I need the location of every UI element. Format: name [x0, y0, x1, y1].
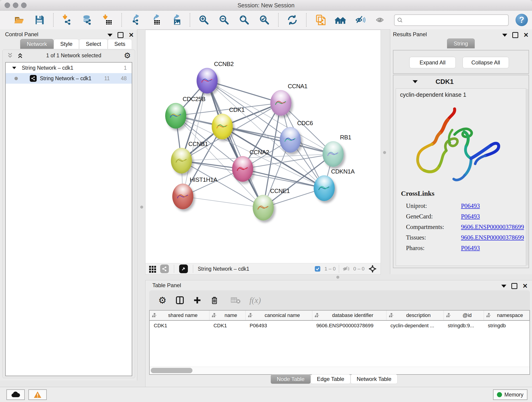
crosslink-link[interactable]: P06493 [461, 202, 480, 210]
table-hscrollbar[interactable] [150, 367, 530, 374]
gear-icon[interactable]: ⚙ [124, 51, 131, 60]
birds-eye-view-icon[interactable] [368, 264, 377, 273]
delete-column-trash-icon[interactable] [210, 296, 219, 305]
search-input[interactable] [405, 17, 508, 23]
search-box[interactable] [394, 14, 509, 26]
export-table-icon[interactable] [149, 13, 162, 27]
table-cell[interactable]: CDK1 [150, 320, 209, 331]
column-header-database-identifier[interactable]: database identifier [312, 311, 386, 320]
network-node-CCNE1[interactable] [253, 195, 274, 220]
column-header-canonical-name[interactable]: canonical name [246, 311, 312, 320]
open-session-icon[interactable] [13, 13, 26, 27]
expand-all-button[interactable]: Expand All [409, 57, 456, 68]
collapse-all-button[interactable]: Collapse All [462, 57, 509, 68]
network-view-mode-icon[interactable] [160, 264, 169, 273]
crosslink-link[interactable]: P06493 [461, 245, 480, 252]
show-columns-icon[interactable] [175, 296, 184, 305]
crosslink-link[interactable]: 9606.ENSP00000378699 [461, 223, 524, 230]
zoom-fit-content-icon[interactable] [238, 13, 251, 27]
tab-edge-table[interactable]: Edge Table [311, 374, 351, 384]
table-hscrollbar-thumb[interactable] [151, 368, 192, 373]
network-node-CDC25B[interactable] [165, 103, 186, 128]
selected-checkbox-icon[interactable] [314, 266, 321, 272]
zoom-out-icon[interactable] [217, 13, 231, 27]
new-network-from-selection-icon[interactable] [314, 13, 327, 27]
collection-expander-icon[interactable] [12, 67, 16, 69]
panel-menu-icon[interactable] [501, 285, 506, 288]
table-cell[interactable]: stringdb [484, 320, 529, 331]
panel-menu-icon[interactable] [108, 34, 113, 37]
help-button[interactable]: ? [515, 14, 528, 26]
table-cell[interactable]: cyclin-dependent ... [386, 320, 443, 331]
network-node-CCNB2[interactable] [196, 68, 218, 94]
cloud-status-button[interactable] [6, 389, 25, 400]
section-expander-icon[interactable] [413, 80, 418, 83]
network-node-CCNA1[interactable] [270, 90, 291, 116]
import-table-file-icon[interactable] [101, 13, 114, 27]
table-cell[interactable]: stringdb:9... [443, 320, 484, 331]
bottom-splitter-handle[interactable] [336, 276, 339, 279]
float-panel-icon[interactable] [511, 283, 517, 289]
delete-table-icon[interactable] [231, 296, 241, 304]
close-panel-icon[interactable]: ✕ [523, 33, 529, 37]
tab-sets[interactable]: Sets [108, 39, 132, 49]
float-panel-icon[interactable] [512, 32, 518, 38]
right-splitter-handle[interactable] [383, 151, 386, 154]
export-network-icon[interactable] [129, 13, 142, 27]
edge-CCNA2-CDKN1A[interactable] [243, 169, 324, 188]
edge-HIST1H1A-CCNE1[interactable] [183, 196, 263, 208]
tab-network-table[interactable]: Network Table [351, 374, 398, 384]
column-header--id[interactable]: @id [443, 311, 484, 320]
network-node-CDKN1A[interactable] [314, 175, 335, 201]
show-all-icon[interactable] [374, 13, 387, 27]
crosslink-link[interactable]: 9606.ENSP00000378699 [461, 234, 524, 241]
float-panel-icon[interactable] [118, 32, 123, 38]
warnings-button[interactable] [28, 389, 47, 400]
network-node-CCNA2[interactable] [232, 156, 253, 182]
create-column-plus-icon[interactable] [193, 296, 201, 304]
hide-selected-icon[interactable] [354, 13, 367, 27]
left-splitter-handle[interactable] [140, 206, 143, 209]
tab-node-table[interactable]: Node Table [271, 374, 311, 384]
edge-CCNB2-CCNA1[interactable] [207, 81, 281, 103]
zoom-in-icon[interactable] [197, 13, 210, 27]
crosslink-link[interactable]: P06493 [461, 213, 480, 220]
table-cell[interactable]: CDK1 [209, 320, 246, 331]
collapse-all-icon[interactable] [7, 52, 13, 59]
apply-preferred-layout-icon[interactable] [286, 13, 299, 27]
network-node-RB1[interactable] [323, 141, 344, 167]
table-row[interactable]: CDK1CDK1P064939606.ENSP00000378699cyclin… [150, 320, 530, 331]
expand-all-icon[interactable] [17, 52, 24, 59]
tab-style[interactable]: Style [54, 39, 79, 49]
table-cell[interactable]: 9606.ENSP00000378699 [312, 320, 386, 331]
first-neighbors-icon[interactable] [334, 13, 347, 27]
zoom-selected-icon[interactable] [258, 13, 271, 27]
network-row[interactable]: String Network – cdk1 11 48 [6, 73, 132, 84]
export-image-icon[interactable] [169, 13, 183, 27]
grid-mode-icon[interactable] [149, 265, 157, 273]
network-node-HIST1H1A[interactable] [172, 184, 193, 209]
network-collection-row[interactable]: String Network – cdk1 1 [6, 63, 132, 73]
results-scrollbar[interactable] [526, 89, 528, 265]
table-settings-gear-icon[interactable]: ⚙ [158, 295, 167, 306]
network-node-CDK1[interactable] [212, 114, 233, 139]
tab-network[interactable]: Network [20, 39, 54, 49]
import-network-file-icon[interactable] [61, 13, 74, 27]
column-header-shared-name[interactable]: shared name [150, 311, 209, 320]
save-session-icon[interactable] [33, 13, 46, 27]
edge-CCNB2-CCNE1[interactable] [207, 81, 263, 208]
import-network-database-icon[interactable] [81, 13, 94, 27]
close-panel-icon[interactable]: ✕ [128, 33, 134, 37]
tab-select[interactable]: Select [79, 39, 108, 49]
hidden-eye-slash-icon[interactable] [342, 265, 350, 273]
function-builder-icon[interactable]: f(x) [249, 295, 261, 305]
network-view-canvas[interactable]: CCNB2 CCNA1 CDC25B CDK1 CDC6 RB1 CCNB1 C… [145, 30, 381, 264]
close-panel-icon[interactable]: ✕ [522, 284, 528, 288]
memory-button[interactable]: Memory [493, 389, 527, 400]
column-header-namespace[interactable]: namespace [484, 311, 529, 320]
table-cell[interactable]: P06493 [246, 320, 312, 331]
gene-section-header[interactable]: CDK1 [393, 75, 529, 88]
network-node-CDC6[interactable] [280, 127, 301, 153]
network-node-CCNB1[interactable] [171, 148, 192, 173]
panel-menu-icon[interactable] [502, 34, 507, 37]
